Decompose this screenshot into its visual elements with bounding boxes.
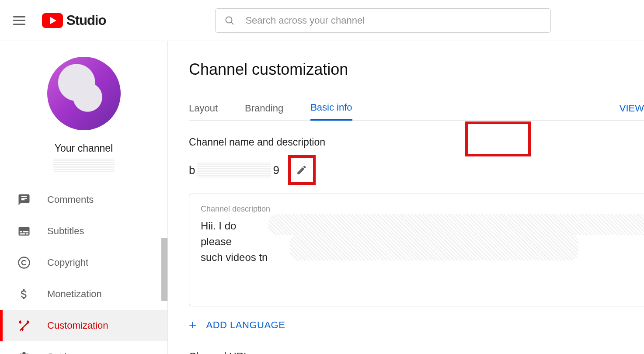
studio-logo[interactable]: Studio [42,13,106,28]
channel-avatar[interactable] [47,57,121,130]
channel-name-redacted [53,159,115,172]
hamburger-menu-button[interactable] [9,10,30,31]
magic-wand-icon [17,319,31,332]
sidebar-item-label: Copyright [47,257,88,268]
section-name-description: Channel name and description b 9 Channel… [189,136,644,354]
subtitles-icon [17,225,31,238]
sidebar-item-label: Customization [47,320,108,331]
svg-point-0 [226,17,232,23]
desc-line1-prefix: Hii. I do [201,220,236,232]
search-icon [224,15,235,26]
sidebar-item-customization[interactable]: Customization [0,310,167,341]
sidebar-item-label: Monetization [47,288,102,300]
sidebar: Your channel Comments Subtitles Copyrigh… [0,41,168,354]
sidebar-item-label: Settings [47,351,82,354]
annotation-highlight-edit [288,155,316,185]
section-title: Channel name and description [189,136,644,148]
copyright-icon [17,256,31,269]
channel-name-prefix: b [189,163,195,177]
page-title: Channel customization [189,60,644,79]
svg-line-1 [231,22,233,24]
desc-line2-prefix: such videos tn [201,251,268,263]
pencil-icon[interactable] [296,164,307,176]
sidebar-item-copyright[interactable]: Copyright [0,247,167,278]
channel-name-redacted [197,163,271,177]
svg-point-2 [19,257,30,268]
hamburger-icon [13,16,25,25]
channel-label: Your channel [0,142,167,154]
sidebar-item-settings[interactable]: Settings [0,341,167,354]
search-input[interactable] [245,15,542,26]
add-language-button[interactable]: + ADD LANGUAGE [189,319,644,332]
dollar-icon [17,288,31,301]
logo-text: Studio [66,13,106,28]
tab-branding[interactable]: Branding [245,96,283,121]
main-content: Channel customization Layout Branding Ba… [168,41,644,354]
channel-name-suffix: 9 [273,163,279,177]
description-redacted-line2 [290,234,578,260]
youtube-play-icon [42,13,63,28]
view-channel-button[interactable]: VIEW [620,103,644,114]
app-header: Studio [0,0,644,41]
sidebar-item-label: Comments [47,194,94,205]
channel-info: Your channel [0,41,167,172]
description-label: Channel description [201,205,644,214]
sidebar-scrollbar-thumb[interactable] [161,238,167,301]
plus-icon: + [189,319,197,332]
channel-url-title: Channel URL [189,351,644,354]
sidebar-item-comments[interactable]: Comments [0,184,167,215]
tab-layout[interactable]: Layout [189,96,218,121]
sidebar-item-subtitles[interactable]: Subtitles [0,215,167,247]
sidebar-item-label: Subtitles [47,226,84,237]
tab-basic-info[interactable]: Basic info [310,96,352,121]
description-redacted-line1 [268,214,644,235]
gear-icon [17,351,31,354]
sidebar-item-monetization[interactable]: Monetization [0,278,167,310]
channel-name-row: b 9 [189,155,644,185]
sidebar-nav: Comments Subtitles Copyright Monetizatio… [0,184,167,354]
comment-icon [17,193,31,206]
channel-description-box[interactable]: Channel description Hii. I do videos the… [189,194,644,306]
search-box[interactable] [215,8,551,33]
add-language-label: ADD LANGUAGE [206,319,285,331]
customization-tabs: Layout Branding Basic info VIEW [189,96,644,121]
